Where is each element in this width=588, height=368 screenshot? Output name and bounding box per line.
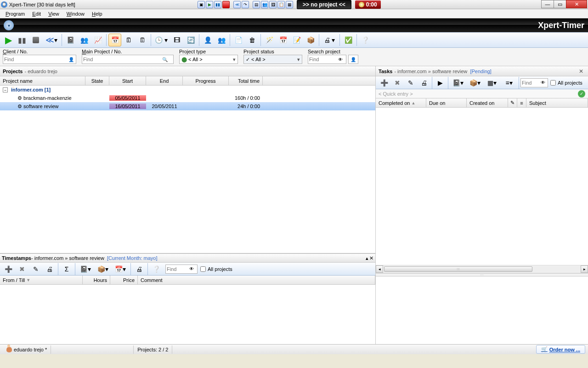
- stop-icon[interactable]: [222, 1, 230, 8]
- task-allprojects-check[interactable]: All projects: [550, 80, 582, 86]
- mainproj-input[interactable]: [83, 55, 161, 63]
- next-icon[interactable]: ↷: [242, 1, 249, 8]
- menu-edit[interactable]: Edit: [28, 10, 45, 17]
- rewind-button[interactable]: ≪ ▾: [43, 34, 60, 46]
- task-find-icon[interactable]: 👁: [539, 79, 547, 86]
- menu-window[interactable]: Window: [63, 10, 88, 17]
- col-comment[interactable]: Comment: [138, 276, 375, 284]
- project-row-selected[interactable]: ⚙ software review 16/05/2011 20/05/2011 …: [0, 102, 375, 110]
- users-icon[interactable]: 👥: [261, 1, 268, 8]
- help-icon[interactable]: ❔: [359, 34, 372, 46]
- cal-dd-icon[interactable]: 📅▾: [112, 263, 129, 276]
- menu-program[interactable]: Program: [2, 10, 28, 17]
- rewind-icon[interactable]: ≪: [233, 1, 241, 8]
- tasks-scrollbar[interactable]: ◂ ::: ▸: [376, 265, 588, 273]
- pause-icon[interactable]: ▮▮: [214, 1, 221, 8]
- pause-button[interactable]: ▮▮: [16, 34, 28, 46]
- col-flag2[interactable]: ≡: [517, 98, 526, 107]
- minimize-button[interactable]: —: [541, 0, 554, 8]
- cal-add-icon[interactable]: 📅: [277, 34, 289, 46]
- print-dropdown[interactable]: 🖨 ▾: [321, 34, 338, 46]
- task-add-icon[interactable]: ➕: [378, 76, 390, 89]
- col-created[interactable]: Created on: [467, 98, 508, 107]
- task-list-dd[interactable]: ≡▾: [501, 76, 517, 89]
- refresh-icon[interactable]: 🔄: [184, 34, 197, 46]
- book-dd-icon[interactable]: 📓▾: [77, 263, 94, 276]
- note-icon[interactable]: 📝: [290, 34, 303, 46]
- projtype-combo[interactable]: ⬤ < All >▾: [179, 55, 238, 64]
- app-menu-button[interactable]: ▾: [4, 20, 14, 30]
- col-completed[interactable]: Completed on▲: [376, 98, 426, 107]
- search-input[interactable]: [309, 55, 337, 63]
- menu-help[interactable]: Help: [88, 10, 106, 17]
- projstatus-combo[interactable]: ✓ < All >▾: [243, 55, 302, 64]
- tool1-icon[interactable]: ▤: [253, 1, 260, 8]
- close-button[interactable]: ✕: [566, 0, 587, 8]
- scroll-left-icon[interactable]: ◂: [376, 265, 383, 273]
- ts-allprojects-check[interactable]: All projects: [200, 266, 232, 272]
- project-root-row[interactable]: − informer.com [1]: [0, 86, 375, 94]
- col-total-time[interactable]: Total time: [229, 76, 263, 85]
- col-end[interactable]: End: [146, 76, 183, 85]
- image-icon[interactable]: 🖼: [269, 1, 277, 8]
- quick-entry-input[interactable]: < Quick entry > ✓: [376, 89, 588, 98]
- printer2-icon[interactable]: 🖨: [133, 263, 146, 276]
- cal1-icon[interactable]: 📅: [108, 34, 121, 46]
- col-state[interactable]: State: [85, 76, 109, 85]
- chart-icon[interactable]: 📈: [91, 34, 104, 46]
- team-icon[interactable]: 👥: [78, 34, 90, 46]
- col-progress[interactable]: Progress: [183, 76, 229, 85]
- film-icon[interactable]: 🎞: [170, 34, 183, 46]
- wand-icon[interactable]: 🪄: [263, 34, 276, 46]
- tree-collapse-icon[interactable]: −: [3, 87, 8, 92]
- col-start[interactable]: Start: [109, 76, 146, 85]
- task-book-dd[interactable]: 📓▾: [450, 76, 466, 89]
- ts-find-icon[interactable]: 👁: [188, 265, 195, 273]
- col-hours[interactable]: Hours: [83, 276, 110, 284]
- col-due[interactable]: Due on: [426, 98, 467, 107]
- task-grid-dd[interactable]: ▦▾: [484, 76, 500, 89]
- task-edit-icon[interactable]: ✎: [404, 76, 417, 89]
- book-icon[interactable]: 📓: [64, 34, 77, 46]
- sum-icon[interactable]: Σ: [60, 263, 73, 276]
- task-del-icon[interactable]: ✖: [391, 76, 404, 89]
- new-doc-icon[interactable]: 📄: [232, 34, 245, 46]
- box-dd-icon[interactable]: 📦▾: [95, 263, 111, 276]
- add-users-icon[interactable]: 👥: [215, 34, 228, 46]
- client-input[interactable]: [4, 55, 68, 63]
- col-flag1[interactable]: ✎: [508, 98, 517, 107]
- tool5-icon[interactable]: ▦: [286, 1, 293, 8]
- col-subject[interactable]: Subject: [526, 98, 588, 107]
- del-doc-icon[interactable]: 🗑: [246, 34, 259, 46]
- col-price[interactable]: Price: [110, 276, 138, 284]
- add-user-icon[interactable]: 👤: [201, 34, 214, 46]
- task-play-icon[interactable]: ▶: [434, 76, 447, 89]
- cal2-icon[interactable]: 🗓: [122, 34, 135, 46]
- maximize-button[interactable]: ▭: [554, 0, 566, 8]
- expand-icon[interactable]: ▴: [366, 255, 368, 261]
- box-icon[interactable]: 📦: [304, 34, 317, 46]
- client-lookup-icon[interactable]: 👤: [68, 56, 75, 63]
- delete-icon[interactable]: ✖: [16, 263, 28, 276]
- scroll-right-icon[interactable]: ▸: [581, 265, 588, 273]
- task-box-dd[interactable]: 📦▾: [467, 76, 483, 89]
- stop-button[interactable]: [29, 34, 42, 46]
- order-now-button[interactable]: 🛒Order now ...: [536, 345, 585, 354]
- clock-dropdown[interactable]: 🕒 ▾: [153, 34, 170, 46]
- menu-view[interactable]: View: [45, 10, 63, 17]
- tool4-icon[interactable]: 📋: [277, 1, 285, 8]
- close-tasks-icon[interactable]: ✕: [577, 68, 585, 75]
- search-go-icon[interactable]: 👁: [337, 56, 344, 63]
- help2-icon[interactable]: ❔: [150, 263, 163, 276]
- play-button[interactable]: ▶: [2, 34, 15, 46]
- col-from-till[interactable]: From / Till▼: [0, 276, 83, 284]
- print-icon[interactable]: 🖨: [43, 263, 56, 276]
- play-icon[interactable]: ▶: [206, 1, 213, 8]
- quick-entry-ok-icon[interactable]: ✓: [578, 90, 585, 98]
- edit-icon[interactable]: ✎: [29, 263, 42, 276]
- current-project-label[interactable]: >> no project <<: [297, 0, 351, 9]
- add-icon[interactable]: ➕: [2, 263, 15, 276]
- search-user-icon[interactable]: 👤: [350, 56, 357, 63]
- task-print-icon[interactable]: 🖨: [418, 76, 430, 89]
- float-icon[interactable]: ▣: [198, 1, 205, 8]
